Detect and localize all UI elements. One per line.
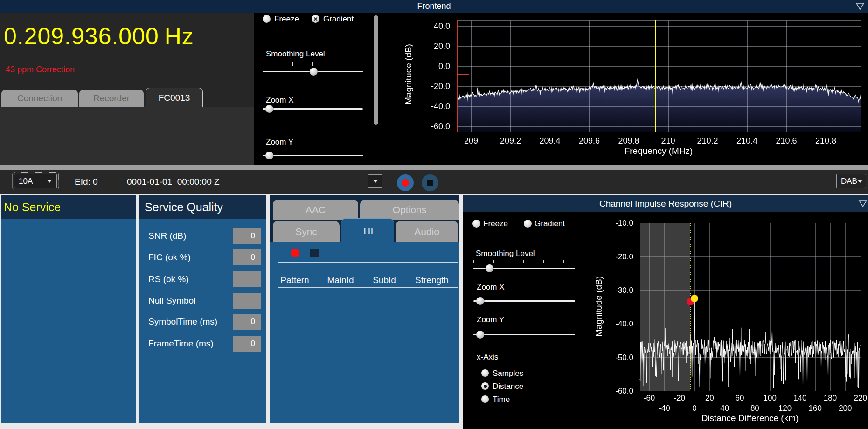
panel-divider[interactable] — [136, 194, 139, 423]
horizontal-splitter[interactable] — [0, 165, 868, 170]
eid-label: EId: 0 — [75, 170, 98, 194]
spectrum-y-axis-title: Magnitude (dB) — [403, 23, 414, 125]
statusbar-divider — [361, 170, 361, 194]
cir-zoom-y-handle[interactable] — [476, 331, 484, 339]
sq-row-label: FrameTime (ms) — [148, 339, 214, 349]
cir-header: Channel Impulse Response (CIR) — [463, 195, 868, 212]
spectrum-zoom-y-handle[interactable] — [265, 152, 273, 159]
sq-row-label: SNR (dB) — [148, 231, 186, 241]
spectrum-freeze-checkbox[interactable] — [263, 15, 271, 23]
cir-freeze-checkbox[interactable] — [472, 220, 480, 228]
spectrum-zoom-x-label: Zoom X — [266, 96, 294, 105]
spectrum-plot[interactable] — [380, 13, 868, 166]
sq-row-value — [233, 293, 261, 309]
sq-row-label: FIC (ok %) — [148, 252, 191, 263]
column-header-subid: SubId — [373, 275, 396, 285]
cir-zoom-y-label: Zoom Y — [477, 315, 504, 325]
spectrum-gradient-checkbox[interactable] — [312, 15, 319, 23]
radio-distance-label: Distance — [493, 382, 523, 391]
chevron-down-icon — [373, 180, 378, 183]
tab-connection[interactable]: Connection — [1, 90, 78, 107]
panel-divider[interactable] — [459, 194, 463, 423]
tab-tii[interactable]: TII — [341, 218, 394, 242]
spectrum-freeze-label: Freeze — [274, 14, 299, 24]
stop-icon — [427, 180, 433, 186]
cir-panel: Channel Impulse Response (CIR) Freeze Gr… — [463, 195, 868, 429]
service-quality-title: Service Quality — [145, 201, 223, 214]
spectrum-controls-panel: Freeze Gradient Smoothing Level Zoom X Z… — [254, 13, 380, 166]
tab-options[interactable]: Options — [360, 200, 459, 220]
radio-time[interactable] — [481, 395, 489, 403]
mode-select[interactable]: DAB — [836, 174, 866, 188]
radio-distance[interactable] — [481, 382, 489, 390]
record-button[interactable] — [397, 174, 414, 191]
sq-row-value: 0 — [233, 249, 261, 265]
cir-zoom-y-slider[interactable] — [473, 334, 575, 335]
cir-gradient-checkbox[interactable] — [524, 220, 532, 228]
smoothing-tickmarks — [263, 62, 363, 66]
spectrum-gradient-label: Gradient — [323, 14, 354, 24]
cir-smoothing-slider[interactable] — [473, 268, 575, 269]
spectrum-zoom-x-slider[interactable] — [263, 108, 363, 110]
frequency-value: 0.209.936.000 — [4, 23, 159, 49]
tii-separator-line — [278, 262, 458, 263]
radio-samples-label: Samples — [493, 369, 523, 378]
radio-time-label: Time — [493, 395, 510, 404]
tab-recorder[interactable]: Recorder — [79, 90, 144, 107]
cir-zoom-x-handle[interactable] — [476, 297, 484, 305]
chevron-down-icon — [47, 180, 52, 183]
sq-row-label: RS (ok %) — [148, 274, 189, 284]
cir-smoothing-handle[interactable] — [486, 264, 493, 272]
status-bar: 10A EId: 0 0001-01-01 00:00:00 Z DAB — [0, 170, 868, 194]
column-header-mainid: MainId — [327, 275, 354, 285]
stop-button[interactable] — [422, 174, 438, 191]
timestamp-label: 0001-01-01 00:00:00 Z — [127, 170, 220, 194]
cir-smoothing-tickmarks — [473, 260, 575, 263]
tii-stop-indicator-icon[interactable] — [310, 249, 319, 257]
tab-audio[interactable]: Audio — [396, 221, 458, 242]
cir-xaxis-label: x-Axis — [477, 353, 498, 362]
service-list-header: No Service — [0, 195, 136, 219]
service-list[interactable] — [0, 219, 136, 423]
tab-aac[interactable]: AAC — [273, 200, 358, 220]
channel-select[interactable]: 10A — [14, 174, 57, 188]
spectrum-smoothing-slider[interactable] — [263, 71, 363, 72]
panel-divider[interactable] — [266, 194, 270, 423]
cir-x-axis-title: Distance Difference (km) — [680, 413, 820, 423]
service-quality-panel: SNR (dB) 0 FIC (ok %) 0 RS (ok %) Null S… — [139, 219, 266, 423]
frontend-title: Frontend — [417, 1, 451, 11]
spectrum-x-axis-title: Frequency (MHz) — [598, 146, 719, 156]
cir-plot[interactable] — [578, 212, 868, 429]
tii-header-underline — [278, 287, 458, 288]
mode-select-value: DAB — [841, 177, 857, 186]
details-tab-content — [270, 242, 459, 423]
tab-fc0013[interactable]: FC0013 — [146, 88, 203, 108]
tuner-tab-content: AGC On/Off Gain — [0, 107, 254, 166]
cir-zoom-x-slider[interactable] — [473, 300, 575, 302]
service-quality-header: Service Quality — [139, 195, 266, 219]
spectrum-zoom-y-label: Zoom Y — [266, 138, 293, 147]
sq-row-value: 0 — [233, 314, 261, 330]
cir-smoothing-label: Smoothing Level — [476, 249, 535, 258]
spectrum-zoom-y-slider[interactable] — [263, 155, 363, 156]
tuner-panel: 0.209.936.000Hz 43 ppm Correction Connec… — [0, 13, 254, 166]
frontend-header: Frontend — [0, 0, 868, 13]
spectrum-zoom-x-handle[interactable] — [265, 105, 273, 113]
cir-collapse-triangle-icon[interactable] — [858, 199, 868, 208]
frontend-collapse-triangle-icon[interactable] — [855, 2, 865, 11]
column-header-pattern: Pattern — [280, 275, 309, 285]
sq-row-value: 0 — [233, 228, 261, 244]
record-options-dropdown[interactable] — [368, 174, 382, 188]
tii-record-indicator-icon[interactable] — [291, 249, 299, 257]
cir-y-axis-title: Magnitude (dB) — [594, 255, 604, 358]
channel-select-value: 10A — [19, 177, 33, 186]
spectrum-smoothing-handle[interactable] — [310, 68, 318, 76]
controls-scrollbar[interactable] — [374, 15, 378, 125]
column-header-strength: Strength — [415, 275, 449, 285]
cir-title: Channel Impulse Response (CIR) — [599, 199, 732, 208]
frequency-display: 0.209.936.000Hz — [4, 24, 194, 49]
radio-samples[interactable] — [481, 369, 489, 377]
sq-row-value — [233, 271, 261, 287]
tab-sync[interactable]: Sync — [273, 221, 340, 242]
spectrum-smoothing-label: Smoothing Level — [266, 49, 325, 59]
